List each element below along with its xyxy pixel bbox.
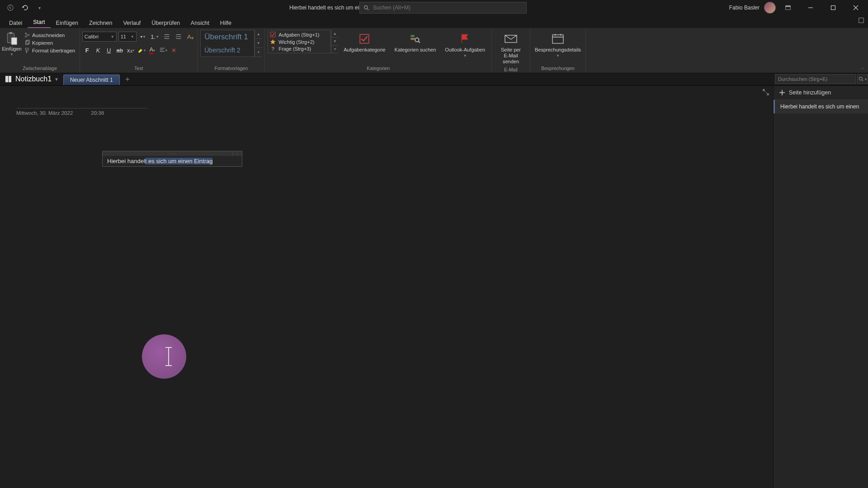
user-avatar[interactable] — [764, 2, 776, 14]
format-painter-button[interactable]: Format übertragen — [23, 47, 77, 54]
svg-rect-7 — [9, 32, 12, 34]
tag-question[interactable]: ?Frage (Strg+3) — [269, 46, 330, 52]
font-size-value: 11 — [121, 34, 126, 39]
tags-expand[interactable]: ▾ — [331, 46, 338, 53]
styles-gallery[interactable]: Überschrift 1 Überschrift 2 — [200, 30, 255, 57]
qat-customize[interactable]: ▾ — [33, 2, 45, 14]
notebook-selector[interactable]: Notizbuch1 ▼ — [0, 73, 63, 85]
bullets-button[interactable]: • ▼ — [138, 32, 148, 42]
bold-button[interactable]: F — [82, 45, 92, 55]
note-container[interactable]: ⋯⋯ Hierbei handelt es sich um einen Eint… — [102, 151, 242, 167]
decrease-indent-button[interactable] — [162, 32, 172, 42]
global-search[interactable] — [359, 2, 527, 14]
meeting-details-button[interactable]: Besprechungsdetails▼ — [533, 30, 583, 60]
tag-todo-label: Aufgaben (Strg+1) — [278, 32, 319, 38]
main-area: Mittwoch, 30. März 2022 20:38 ⋯⋯ Hierbei… — [0, 86, 868, 488]
copy-icon — [24, 40, 30, 46]
svg-rect-13 — [270, 32, 275, 37]
tab-zeichnen[interactable]: Zeichnen — [84, 18, 118, 28]
page-canvas[interactable]: Mittwoch, 30. März 2022 20:38 ⋯⋯ Hierbei… — [0, 86, 773, 488]
styles-group-label: Formatvorlagen — [214, 66, 248, 72]
question-icon: ? — [270, 46, 276, 52]
ribbon-display-options[interactable] — [778, 0, 798, 15]
font-color-button[interactable]: A▾ — [147, 45, 157, 55]
search-icon — [363, 5, 369, 11]
svg-rect-8 — [11, 38, 17, 45]
add-section-button[interactable]: ＋ — [122, 73, 133, 85]
tag-important[interactable]: Wichtig (Strg+2) — [269, 38, 330, 45]
add-page-label: Seite hinzufügen — [789, 89, 831, 96]
expand-page-button[interactable] — [762, 89, 769, 96]
svg-rect-5 — [859, 18, 864, 23]
maximize-button[interactable] — [823, 0, 844, 15]
style-heading2[interactable]: Überschrift 2 — [201, 43, 254, 56]
find-tags-button[interactable]: Kategorien suchen — [391, 30, 440, 55]
flag-icon — [459, 33, 471, 45]
tab-einfuegen[interactable]: Einfügen — [51, 18, 84, 28]
note-move-handle[interactable]: ⋯⋯ — [103, 151, 242, 156]
tags-scroll-up[interactable]: ▲ — [331, 30, 338, 38]
ribbon: Einfügen ▼ Ausschneiden Kopieren Format … — [0, 28, 868, 73]
font-family-select[interactable]: Calibri▼ — [82, 32, 117, 42]
scissors-icon — [24, 32, 30, 38]
back-button[interactable] — [5, 2, 16, 14]
section-tab[interactable]: Neuer Abschnitt 1 — [63, 75, 120, 85]
collapse-ribbon-button[interactable]: ︿ — [861, 65, 865, 71]
page-title-input[interactable] — [16, 97, 147, 108]
clear-formatting-button[interactable]: Aᵩ — [185, 32, 195, 42]
svg-rect-16 — [411, 38, 415, 40]
highlight-button[interactable]: ▾ — [137, 45, 146, 55]
svg-rect-4 — [831, 6, 835, 10]
tab-datei[interactable]: Datei — [4, 18, 28, 28]
search-pages-input[interactable]: Durchsuchen (Strg+E) — [775, 74, 856, 84]
minimize-button[interactable] — [800, 0, 821, 15]
outlook-tasks-label: Outlook-Aufgaben — [445, 47, 485, 53]
outlook-tasks-button[interactable]: Outlook-Aufgaben▼ — [441, 30, 489, 60]
notebook-name-label: Notizbuch1 — [15, 75, 52, 83]
numbering-button[interactable]: 1. ▼ — [150, 32, 160, 42]
tab-verlauf[interactable]: Verlauf — [118, 18, 146, 28]
italic-button[interactable]: K — [93, 45, 103, 55]
font-family-value: Calibri — [85, 34, 99, 39]
page-list-item-label: Hierbei handelt es sich um einen — [780, 103, 859, 110]
underline-button[interactable]: U — [104, 45, 114, 55]
tags-scroll-down[interactable]: ▼ — [331, 38, 338, 45]
brush-icon — [24, 47, 30, 53]
paste-button[interactable]: Einfügen ▼ — [3, 30, 21, 56]
svg-rect-15 — [411, 35, 415, 37]
cut-button[interactable]: Ausschneiden — [23, 32, 77, 38]
svg-point-0 — [8, 5, 13, 10]
style-heading1[interactable]: Überschrift 1 — [201, 30, 254, 43]
note-text[interactable]: Hierbei handelt es sich um einen Eintrag — [103, 156, 242, 166]
close-button[interactable] — [845, 0, 866, 15]
undo-button[interactable] — [19, 2, 31, 14]
search-pages-button[interactable]: ▾ — [857, 74, 868, 84]
email-page-button[interactable]: Seite per E-Mail senden — [495, 30, 527, 67]
search-tags-icon — [409, 33, 421, 45]
copy-button[interactable]: Kopieren — [23, 39, 77, 46]
page-list-item[interactable]: Hierbei handelt es sich um einen — [774, 100, 868, 113]
user-name-label[interactable]: Fabio Basler — [729, 5, 760, 11]
page-list-panel: Seite hinzufügen Hierbei handelt es sich… — [773, 86, 868, 488]
task-category-button[interactable]: Aufgabenkategorie — [340, 30, 389, 55]
tab-ansicht[interactable]: Ansicht — [185, 18, 215, 28]
styles-scroll-down[interactable]: ▼ — [255, 39, 262, 48]
tab-hilfe[interactable]: Hilfe — [215, 18, 237, 28]
delete-button[interactable]: ✕ — [169, 45, 179, 55]
add-page-button[interactable]: Seite hinzufügen — [774, 86, 868, 100]
subscript-button[interactable]: x₂▾ — [126, 45, 136, 55]
tab-start[interactable]: Start — [28, 17, 50, 28]
styles-scroll-up[interactable]: ▲ — [255, 30, 262, 39]
increase-indent-button[interactable] — [174, 32, 184, 42]
global-search-input[interactable] — [373, 5, 523, 11]
font-size-select[interactable]: 11▼ — [118, 32, 137, 42]
svg-point-22 — [859, 77, 863, 80]
tab-ueberpruefen[interactable]: Überprüfen — [146, 18, 185, 28]
checkbox-icon — [270, 32, 276, 38]
styles-expand[interactable]: ▾ — [255, 48, 262, 57]
tag-todo[interactable]: Aufgaben (Strg+1) — [269, 31, 330, 38]
fullscreen-icon[interactable] — [858, 17, 864, 23]
align-button[interactable]: ▾ — [158, 45, 168, 55]
search-icon — [859, 76, 864, 82]
strikethrough-button[interactable]: ab — [115, 45, 125, 55]
